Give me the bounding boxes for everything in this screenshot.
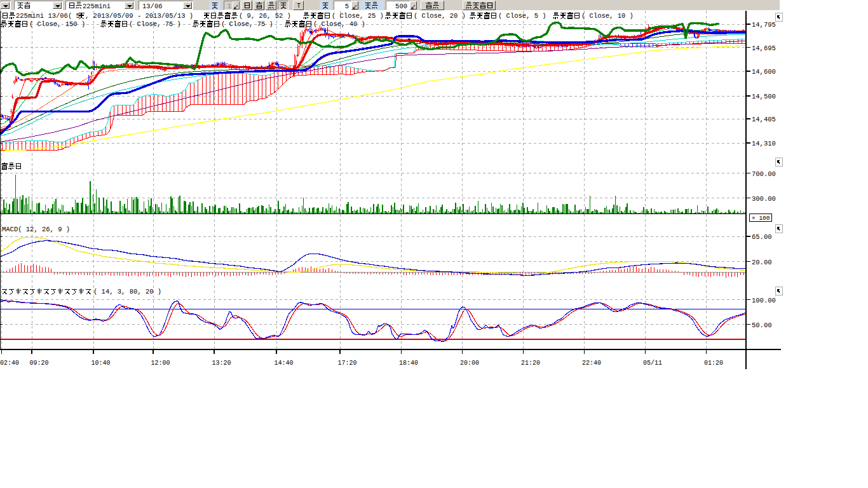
svg-text:20.00: 20.00: [752, 259, 772, 266]
svg-text:13:20: 13:20: [212, 360, 231, 367]
svg-text:( Close, 10 ): ( Close, 10 ): [581, 12, 634, 20]
svg-text:20:00: 20:00: [460, 360, 479, 367]
svg-text:14,795: 14,795: [752, 21, 776, 29]
svg-text:02:40: 02:40: [0, 360, 19, 367]
svg-text:12:00: 12:00: [151, 360, 170, 367]
svg-text:10:40: 10:40: [92, 360, 111, 367]
svg-text:22:40: 22:40: [582, 360, 601, 367]
svg-text:100.00: 100.00: [752, 297, 776, 304]
svg-text:14,500: 14,500: [752, 93, 776, 100]
svg-text:( Close, 25 ): ( Close, 25 ): [332, 12, 384, 20]
svg-text:( Close, 150 ): ( Close, 150 ): [29, 20, 85, 28]
svg-text:01:20: 01:20: [704, 360, 723, 367]
svg-text:MACD( 12, 26, 9 ): MACD( 12, 26, 9 ): [2, 226, 70, 233]
svg-text:05/11: 05/11: [643, 360, 662, 367]
svg-text:700.00: 700.00: [752, 170, 776, 178]
svg-text:50.00: 50.00: [752, 322, 772, 329]
svg-text:( 14, 3, 80, 20 ): ( 14, 3, 80, 20 ): [93, 288, 161, 295]
svg-text:14,405: 14,405: [752, 116, 776, 123]
svg-text:14,310: 14,310: [752, 140, 776, 147]
svg-text:65.00: 65.00: [752, 233, 772, 241]
svg-text:14,695: 14,695: [752, 44, 776, 52]
svg-text:( 9, 26, 52 ): ( 9, 26, 52 ): [239, 12, 291, 20]
svg-text:( Close, 75 ): ( Close, 75 ): [221, 20, 273, 28]
svg-text:09:20: 09:20: [30, 360, 49, 367]
svg-text:17:20: 17:20: [338, 360, 357, 367]
svg-text:( Close, 20 ): ( Close, 20 ): [414, 12, 466, 20]
svg-text:14:40: 14:40: [275, 360, 294, 367]
svg-text:300.00: 300.00: [752, 195, 776, 203]
svg-text:( Close, 5 ): ( Close, 5 ): [498, 12, 546, 20]
svg-text:× 100: × 100: [752, 215, 770, 222]
svg-text:14,600: 14,600: [752, 68, 776, 76]
svg-text:( Close, 75 ): ( Close, 75 ): [129, 20, 181, 28]
svg-text:( Close, 40 ): ( Close, 40 ): [313, 20, 365, 28]
svg-text:18:40: 18:40: [399, 360, 418, 367]
svg-text:, 2013/05/09 - 2013/05/13 ): , 2013/05/09 - 2013/05/13 ): [85, 12, 193, 20]
svg-text:21:20: 21:20: [521, 360, 540, 367]
svg-text:225mini 13/06( 5: 225mini 13/06( 5: [16, 12, 80, 20]
